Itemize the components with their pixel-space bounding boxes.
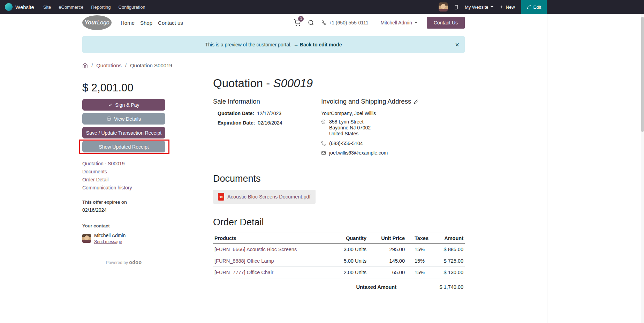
app-name[interactable]: Website <box>15 4 34 10</box>
website-switcher[interactable]: My Website <box>465 5 493 10</box>
phone-icon <box>321 20 326 25</box>
new-button-label: New <box>506 5 515 10</box>
mobile-preview-icon[interactable] <box>454 4 459 10</box>
nav-shop[interactable]: Shop <box>140 20 152 26</box>
quotation-total: $ 2,001.00 <box>82 82 165 94</box>
website-switcher-label: My Website <box>465 5 488 10</box>
breadcrumb-separator: / <box>125 62 127 68</box>
cart-count-badge: 3 <box>298 16 304 22</box>
envelope-icon <box>321 150 326 156</box>
menu-site[interactable]: Site <box>43 5 51 10</box>
offer-expires-date: 02/16/2024 <box>82 207 165 213</box>
sign-pay-button[interactable]: Sign & Pay <box>82 99 165 111</box>
invoicing-shipping-address: Invoicing and Shipping Address YourCompa… <box>321 98 465 159</box>
address-phone: (683)-556-5104 <box>329 141 363 146</box>
edit-button[interactable]: Edit <box>521 0 547 14</box>
document-link[interactable]: Acoustic Bloc Screens Document.pdf <box>227 194 311 200</box>
cart-button[interactable]: 3 <box>294 19 301 26</box>
col-products: Products <box>213 233 326 244</box>
banner-close-icon[interactable]: × <box>455 41 459 48</box>
sidebar-link-communication-history[interactable]: Communication history <box>82 185 165 190</box>
header-phone-number: +1 (650) 555-0111 <box>329 20 369 25</box>
map-pin-icon <box>321 119 326 137</box>
website-app-icon[interactable] <box>5 3 13 11</box>
odoo-brand-link[interactable]: odoo <box>129 260 142 265</box>
search-button[interactable] <box>308 20 314 26</box>
banner-wrap: This is a preview of the customer portal… <box>82 36 465 53</box>
product-link[interactable]: [FURN_6666] Acoustic Bloc Screens <box>214 247 297 252</box>
show-updated-receipt-button[interactable]: Show Updated Receipt <box>82 141 165 152</box>
site-header: YourLogo Home Shop Contact us 3 +1 (650)… <box>82 14 465 31</box>
menu-reporting[interactable]: Reporting <box>91 5 111 10</box>
save-update-receipt-button[interactable]: Save / Update Transaction Receipt <box>82 127 165 138</box>
powered-by: Powered by odoo <box>82 260 165 265</box>
address-phone-row: (683)-556-5104 <box>321 141 465 146</box>
printer-icon <box>107 117 111 121</box>
portal-user-menu[interactable]: Mitchell Admin <box>380 20 417 25</box>
scrollbar[interactable] <box>641 14 644 323</box>
order-table: Products Quantity Unit Price Taxes Amoun… <box>213 233 465 278</box>
product-link[interactable]: [FURN_7777] Office Chair <box>214 270 273 275</box>
view-details-button[interactable]: View Details <box>82 113 165 125</box>
sidebar-link-documents[interactable]: Documents <box>82 169 165 174</box>
new-button[interactable]: New <box>500 5 515 10</box>
documents-heading: Documents <box>213 173 465 184</box>
header-phone[interactable]: +1 (650) 555-0111 <box>321 20 369 25</box>
plus-icon <box>500 5 504 9</box>
sidebar-link-order-detail[interactable]: Order Detail <box>82 177 165 182</box>
page-title: Quotation - S00019 <box>213 77 465 90</box>
nav-home[interactable]: Home <box>121 20 135 26</box>
portal-content: $ 2,001.00 Sign & Pay View Details Save … <box>82 77 465 293</box>
address-company: YourCompany, Joel Willis <box>321 111 465 116</box>
show-receipt-wrap: Show Updated Receipt <box>82 141 165 152</box>
nav-contact-us[interactable]: Contact us <box>158 20 183 26</box>
address-block: 858 Lynn Street Bayonne NJ 07002 United … <box>321 119 465 137</box>
col-unit-price: Unit Price <box>368 233 406 244</box>
address-city: Bayonne NJ 07002 <box>329 125 371 131</box>
chevron-down-icon <box>415 22 417 23</box>
document-attachment[interactable]: PDF Acoustic Bloc Screens Document.pdf <box>213 190 316 204</box>
edit-address-icon[interactable] <box>414 99 418 104</box>
documents-section: Documents PDF Acoustic Bloc Screens Docu… <box>213 173 465 204</box>
check-icon <box>108 103 112 107</box>
order-table-header: Products Quantity Unit Price Taxes Amoun… <box>213 233 465 244</box>
menu-ecommerce[interactable]: eCommerce <box>59 5 83 10</box>
site-nav: Home Shop Contact us <box>121 20 183 26</box>
untaxed-amount-row: Untaxed Amount $ 1,740.00 <box>213 278 465 293</box>
contact-card: Mitchell Admin Send message <box>82 233 165 244</box>
user-avatar[interactable] <box>439 2 448 12</box>
backend-navbar-right: My Website New Edit <box>439 0 547 14</box>
portal-user-name: Mitchell Admin <box>380 20 412 25</box>
site-logo[interactable]: YourLogo <box>82 15 112 30</box>
col-quantity: Quantity <box>326 233 368 244</box>
address-country: United States <box>329 131 371 137</box>
backend-menu: Site eCommerce Reporting Configuration <box>43 5 145 10</box>
breadcrumb: / Quotations / Quotation S00019 <box>82 62 465 68</box>
col-amount: Amount <box>430 233 465 244</box>
expiration-date-row: Expiration Date: 02/16/2024 <box>218 120 321 126</box>
product-link[interactable]: [FURN_8888] Office Lamp <box>214 258 274 264</box>
arrow-right-icon: → <box>294 42 298 47</box>
address-email: joel.willis63@example.com <box>329 150 388 156</box>
contact-us-button[interactable]: Contact Us <box>427 17 465 29</box>
backend-navbar: Website Site eCommerce Reporting Configu… <box>0 0 644 14</box>
phone-icon <box>321 141 326 146</box>
send-message-link[interactable]: Send message <box>94 239 126 244</box>
col-taxes: Taxes <box>406 233 430 244</box>
address-heading: Invoicing and Shipping Address <box>321 98 465 105</box>
breadcrumb-quotations[interactable]: Quotations <box>96 62 122 68</box>
site-logo-text: Your <box>84 20 97 26</box>
info-row: Sale Information Quotation Date: 12/17/2… <box>213 98 465 159</box>
sale-information: Sale Information Quotation Date: 12/17/2… <box>213 98 321 159</box>
sidebar-link-quotation[interactable]: Quotation - S00019 <box>82 161 165 166</box>
edit-button-label: Edit <box>533 5 541 10</box>
your-contact-label: Your contact <box>82 223 165 228</box>
contact-avatar <box>82 234 91 243</box>
scrollbar-thumb[interactable] <box>641 17 644 132</box>
order-detail-section: Order Detail Products Quantity Unit Pric… <box>213 217 465 293</box>
pencil-icon <box>527 5 531 9</box>
home-icon[interactable] <box>82 63 88 68</box>
menu-configuration[interactable]: Configuration <box>119 5 145 10</box>
contact-name: Mitchell Admin <box>94 233 126 238</box>
back-to-edit-link[interactable]: → Back to edit mode <box>294 42 342 47</box>
